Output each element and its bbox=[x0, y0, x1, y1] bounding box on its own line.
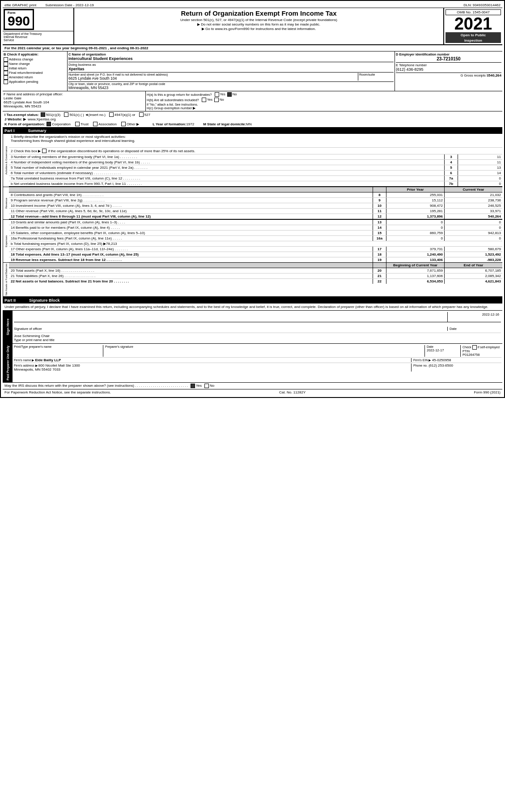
line22-end: 4,621,843 bbox=[444, 279, 502, 284]
line6-num: 6 bbox=[444, 171, 458, 175]
line14-current: 0 bbox=[444, 225, 502, 230]
ptin-val: P01264758 bbox=[463, 353, 501, 357]
i-527-checkbox[interactable] bbox=[139, 112, 144, 117]
i-501c3-checkbox[interactable] bbox=[41, 112, 45, 117]
hb-yes: Yes bbox=[207, 98, 212, 102]
officer-address: 6625 Lyndale Ave South 104 bbox=[4, 100, 144, 104]
paperwork-label: For Paperwork Reduction Act Notice, see … bbox=[4, 390, 111, 394]
name-change-label: Name change bbox=[9, 62, 30, 66]
line18-label: 18 Total expenses. Add lines 13–17 (must… bbox=[9, 252, 373, 257]
k-association-checkbox[interactable] bbox=[93, 122, 98, 126]
final-return-checkbox[interactable] bbox=[4, 71, 8, 75]
website-url: www.Xperitas.org bbox=[28, 117, 55, 121]
ha-yes: Yes bbox=[220, 92, 225, 96]
firms-city: Minneapolis, MN 55402 7033 bbox=[14, 368, 409, 372]
line2-label: 2 Check this box ▶ bbox=[11, 149, 41, 153]
officer-name-signed: Jose Schimming Chair bbox=[14, 334, 501, 338]
address-change-checkbox[interactable] bbox=[4, 57, 8, 62]
footer-no-checkbox[interactable] bbox=[204, 384, 209, 388]
self-employed-checkbox[interactable] bbox=[472, 345, 477, 350]
section-j-label: J Website: ▶ bbox=[4, 117, 26, 121]
line14-num: 14 bbox=[373, 225, 386, 230]
i-527: 527 bbox=[144, 113, 150, 117]
beginning-header: Beginning of Current Year bbox=[386, 263, 444, 268]
type-label: Type or print name and title bbox=[14, 338, 501, 342]
line11-current: 33,971 bbox=[444, 209, 502, 214]
part2-text: Under penalties of perjury, I declare th… bbox=[3, 303, 502, 311]
m-state: MN bbox=[246, 122, 251, 126]
line9-prior: 15,112 bbox=[386, 198, 444, 203]
line2-checkbox[interactable] bbox=[42, 149, 47, 153]
line7a-val: 0 bbox=[458, 176, 502, 181]
line6-label: 6 Total number of volunteers (estimate i… bbox=[9, 171, 444, 175]
application-pending-checkbox[interactable] bbox=[4, 80, 8, 84]
k-other-checkbox[interactable] bbox=[121, 122, 126, 126]
org-name: Intercultural Student Experiences bbox=[68, 56, 394, 61]
line21-begin: 1,137,606 bbox=[386, 274, 444, 278]
line7a-num: 7a bbox=[444, 176, 458, 181]
expenses-label: Expenses bbox=[3, 220, 9, 262]
line4-val: 11 bbox=[458, 160, 502, 165]
final-return-label: Final return/terminated bbox=[9, 71, 42, 75]
k-trust: Trust bbox=[81, 122, 89, 126]
hb-no-checkbox[interactable] bbox=[214, 98, 219, 102]
cat-no: Cat. No. 11282Y bbox=[279, 390, 306, 394]
ha-no-checkbox[interactable] bbox=[227, 92, 232, 97]
omb-label: OMB No. 1545-0047 bbox=[447, 10, 499, 14]
line11-prior: 195,281 bbox=[386, 209, 444, 214]
dept-label: Department of the Treasury bbox=[4, 32, 72, 35]
paid-preparer-label: Paid Preparer Use Only bbox=[3, 344, 13, 382]
line3-num: 3 bbox=[444, 154, 458, 159]
initial-return-checkbox[interactable] bbox=[4, 66, 8, 71]
line8-label: 8 Contributions and grants (Part VIII, l… bbox=[9, 192, 373, 197]
k-trust-checkbox[interactable] bbox=[75, 122, 80, 126]
i-501c: 501(c) ( ) bbox=[69, 113, 84, 117]
line13-current: 0 bbox=[444, 220, 502, 225]
line18-num: 18 bbox=[373, 252, 386, 257]
part2-title: Part II bbox=[4, 298, 16, 303]
submission-date: Submission Date - 2022-12-19 bbox=[45, 3, 94, 7]
hb-note: If "No," attach a list. See instructions… bbox=[147, 103, 501, 106]
room-label: Room/suite bbox=[359, 73, 394, 76]
firms-ein-label: Firm's EIN ▶ bbox=[413, 359, 431, 362]
ein: 23-7210150 bbox=[396, 56, 501, 61]
hb-label: H(b) Are all subordinates included? bbox=[147, 98, 199, 102]
address-change-label: Address change bbox=[9, 57, 33, 61]
section-i-label: I Tax-exempt status: bbox=[4, 113, 39, 117]
ha-yes-checkbox[interactable] bbox=[215, 92, 219, 97]
hb-yes-checkbox[interactable] bbox=[202, 98, 206, 102]
line20-begin: 7,671,659 bbox=[386, 268, 444, 273]
preparer-date-val: 2022-12-17 bbox=[427, 348, 460, 352]
tax-year-text: For the 2021 calendar year, or tax year … bbox=[4, 46, 148, 50]
page-footer: For Paperwork Reduction Act Notice, see … bbox=[3, 389, 502, 395]
city-value: Minneapolis, MN 55423 bbox=[68, 85, 394, 90]
section-l-label: L Year of formation: bbox=[153, 122, 186, 126]
line3-val: 11 bbox=[458, 154, 502, 159]
i-501c-checkbox[interactable] bbox=[64, 112, 68, 117]
line7b-num: 7b bbox=[444, 181, 458, 186]
date-label: Date bbox=[447, 327, 501, 331]
k-corporation-checkbox[interactable] bbox=[47, 122, 51, 126]
line18-prior: 1,240,490 bbox=[386, 252, 444, 257]
address-label: Number and street (or P.O. box if mail i… bbox=[68, 73, 358, 76]
page: efile GRAPHIC print Submission Date - 20… bbox=[0, 0, 505, 398]
i-4947: 4947(a)(1) or bbox=[115, 113, 136, 117]
line20-label: 20 Total assets (Part X, line 16) . . . … bbox=[9, 268, 373, 273]
year-display: 2021 bbox=[446, 15, 501, 32]
firms-address-label: Firm's address ▶ bbox=[14, 364, 38, 367]
line8-current: 21,032 bbox=[444, 192, 502, 197]
footer-yes-checkbox[interactable] bbox=[191, 384, 195, 388]
dln-label: DLN: 93493353014462 bbox=[463, 3, 501, 7]
i-insert: ◄(insert no.) bbox=[85, 113, 106, 117]
part2-label: Signature Block bbox=[29, 298, 60, 303]
line9-current: 238,736 bbox=[444, 198, 502, 203]
line16a-label: 16a Professional fundraising fees (Part … bbox=[9, 236, 373, 241]
section-e-label: E Telephone number bbox=[396, 63, 501, 67]
i-4947-checkbox[interactable] bbox=[109, 112, 114, 117]
current-year-header: Current Year bbox=[444, 187, 502, 192]
hc-label: H(c) Group exemption number ▶ bbox=[147, 106, 501, 110]
amended-return-checkbox[interactable] bbox=[4, 75, 8, 80]
name-change-checkbox[interactable] bbox=[4, 62, 8, 66]
officer-name: Leslie Gale bbox=[4, 96, 144, 100]
firms-name-label: Firm's name ▶ bbox=[14, 359, 34, 362]
